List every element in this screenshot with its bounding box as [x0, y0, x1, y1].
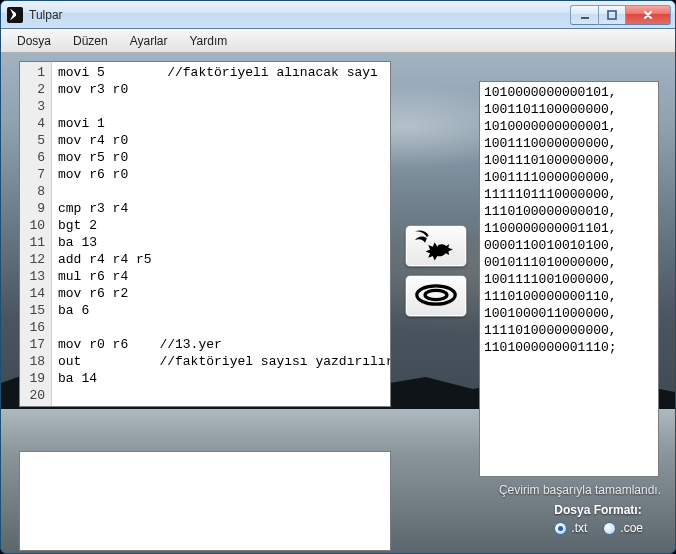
compile-button[interactable] — [405, 225, 467, 267]
app-icon — [7, 7, 23, 23]
svg-point-2 — [417, 285, 455, 303]
file-format-group: Dosya Formatı: .txt .coe — [554, 503, 643, 535]
file-format-label: Dosya Formatı: — [554, 503, 643, 517]
window-title: Tulpar — [29, 8, 570, 22]
convert-button[interactable] — [405, 275, 467, 317]
menu-settings[interactable]: Ayarlar — [120, 31, 178, 51]
menubar: Dosya Düzen Ayarlar Yardım — [1, 29, 675, 53]
status-message: Çevirim başarıyla tamamlandı. — [499, 483, 661, 497]
svg-rect-0 — [581, 17, 589, 19]
menu-file[interactable]: Dosya — [7, 31, 61, 51]
console-panel[interactable] — [19, 451, 391, 551]
radio-dot-icon — [554, 522, 567, 535]
maximize-button[interactable] — [599, 5, 626, 25]
app-window: Tulpar Dosya Düzen Ayarlar Yardım 1 2 — [0, 0, 676, 554]
radio-coe-label: .coe — [620, 521, 643, 535]
radio-txt-label: .txt — [571, 521, 587, 535]
code-editor[interactable]: 1 2 3 4 5 6 7 8 9 10 11 12 13 14 15 16 1… — [19, 61, 391, 407]
minimize-button[interactable] — [570, 5, 599, 25]
radio-dot-icon — [603, 522, 616, 535]
radio-coe[interactable]: .coe — [603, 521, 643, 535]
pegasus-icon — [413, 229, 459, 264]
output-panel[interactable]: 1010000000000101, 1001101100000000, 1010… — [479, 81, 659, 477]
close-button[interactable] — [626, 5, 671, 25]
radio-txt[interactable]: .txt — [554, 521, 587, 535]
menu-help[interactable]: Yardım — [180, 31, 238, 51]
svg-rect-1 — [608, 11, 616, 19]
code-area[interactable]: movi 5 //faktöriyeli alınacak sayı mov r… — [52, 62, 390, 406]
line-gutter: 1 2 3 4 5 6 7 8 9 10 11 12 13 14 15 16 1… — [20, 62, 52, 406]
titlebar[interactable]: Tulpar — [1, 1, 675, 29]
menu-edit[interactable]: Düzen — [63, 31, 118, 51]
window-controls — [570, 5, 671, 25]
swirl-icon — [413, 279, 459, 314]
svg-point-3 — [425, 290, 447, 299]
